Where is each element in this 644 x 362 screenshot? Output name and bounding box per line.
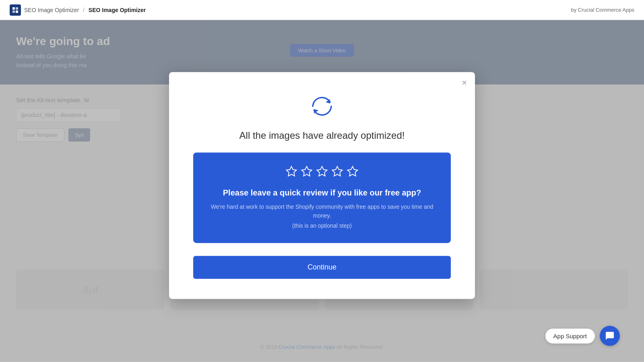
review-body-line2: (this is an optional step) — [209, 221, 435, 230]
star-5[interactable] — [347, 165, 359, 180]
star-1[interactable] — [285, 165, 297, 180]
svg-rect-0 — [12, 7, 15, 10]
app-logo — [10, 4, 21, 16]
sync-icon-container — [193, 92, 451, 120]
review-body-line1: We're hard at work to support the Shopif… — [209, 202, 435, 220]
modal-dialog: × All the images have already optimized! — [169, 72, 475, 299]
star-2[interactable] — [301, 165, 313, 180]
stars-row[interactable] — [209, 165, 435, 180]
svg-marker-8 — [317, 167, 327, 176]
svg-marker-7 — [302, 167, 312, 176]
svg-rect-3 — [16, 10, 18, 13]
header-left: SEO Image Optimizer / SEO Image Optimize… — [10, 4, 146, 16]
svg-marker-10 — [348, 167, 358, 176]
svg-marker-6 — [287, 167, 297, 176]
star-4[interactable] — [331, 165, 343, 180]
app-support-label: App Support — [545, 329, 595, 343]
svg-rect-2 — [12, 10, 15, 13]
review-heading: Please leave a quick review if you like … — [209, 188, 435, 197]
continue-button[interactable]: Continue — [193, 256, 451, 279]
svg-rect-1 — [16, 7, 18, 10]
chat-icon — [605, 331, 615, 341]
app-support-button[interactable] — [600, 326, 620, 346]
breadcrumb: SEO Image Optimizer / SEO Image Optimize… — [24, 7, 146, 13]
app-header: SEO Image Optimizer / SEO Image Optimize… — [0, 0, 644, 20]
star-3[interactable] — [316, 165, 328, 180]
header-by-text: by Crucial Commerce Apps — [571, 7, 635, 13]
close-button[interactable]: × — [462, 78, 467, 87]
review-box: Please leave a quick review if you like … — [193, 152, 451, 243]
svg-marker-9 — [332, 167, 343, 176]
sync-icon — [308, 92, 336, 120]
modal-title: All the images have already optimized! — [193, 130, 451, 141]
app-support-container: App Support — [545, 326, 620, 346]
